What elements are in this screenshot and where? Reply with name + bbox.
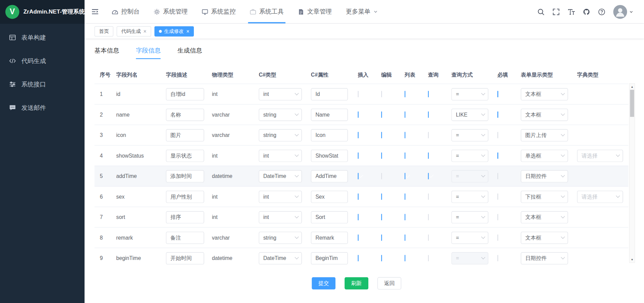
user-menu[interactable] (613, 5, 633, 19)
display-type-select[interactable]: 图片上传 (521, 129, 568, 141)
display-type-select[interactable]: 单选框 (521, 149, 568, 162)
csharp-property-input[interactable] (311, 108, 348, 121)
tag-code-generation[interactable]: 代码生成 × (117, 26, 151, 36)
required-checkbox[interactable] (497, 153, 498, 159)
close-icon[interactable]: × (186, 28, 189, 34)
tag-home[interactable]: 首页 (94, 26, 113, 36)
github-icon[interactable] (583, 8, 590, 16)
insert-checkbox[interactable] (358, 235, 358, 241)
font-size-icon[interactable] (568, 8, 575, 16)
insert-checkbox[interactable] (358, 255, 358, 261)
tab-generate-info[interactable]: 生成信息 (178, 47, 202, 59)
description-input[interactable] (166, 190, 204, 203)
edit-checkbox[interactable] (381, 173, 382, 179)
close-icon[interactable]: × (143, 28, 146, 34)
list-checkbox[interactable] (405, 132, 405, 138)
display-type-select[interactable]: 日期控件 (521, 170, 568, 182)
query-mode-select[interactable]: = (452, 88, 489, 100)
query-mode-select[interactable]: = (452, 170, 489, 182)
topnav-item-system-management[interactable]: 系统管理 (147, 0, 195, 23)
topnav-item-more-menu[interactable]: 更多菜单 (339, 0, 385, 23)
csharp-property-input[interactable] (311, 231, 348, 244)
query-checkbox[interactable] (428, 173, 429, 179)
csharp-type-select[interactable]: string (259, 231, 302, 244)
list-checkbox[interactable] (405, 153, 405, 159)
csharp-type-select[interactable]: int (259, 149, 302, 162)
insert-checkbox[interactable] (358, 153, 358, 159)
query-checkbox[interactable] (428, 255, 429, 261)
edit-checkbox[interactable] (381, 91, 382, 97)
csharp-type-select[interactable]: string (259, 129, 302, 141)
back-button[interactable]: 返回 (378, 277, 401, 289)
topnav-item-article-management[interactable]: 文章管理 (291, 0, 339, 23)
query-mode-select[interactable]: = (452, 252, 489, 264)
required-checkbox[interactable] (497, 173, 498, 179)
display-type-select[interactable]: 日期控件 (521, 252, 568, 264)
dict-type-select[interactable]: 请选择 (577, 149, 623, 162)
submit-button[interactable]: 提交 (312, 277, 335, 289)
csharp-property-input[interactable] (311, 129, 348, 141)
edit-checkbox[interactable] (381, 214, 382, 220)
insert-checkbox[interactable] (358, 112, 358, 118)
insert-checkbox[interactable] (358, 173, 358, 179)
help-icon[interactable] (598, 8, 605, 16)
tab-basic-info[interactable]: 基本信息 (94, 47, 119, 59)
csharp-property-input[interactable] (311, 252, 348, 264)
sidebar-item-send-mail[interactable]: 发送邮件 (0, 96, 85, 120)
csharp-type-select[interactable]: int (259, 190, 302, 203)
query-mode-select[interactable]: LIKE (452, 108, 489, 121)
list-checkbox[interactable] (405, 255, 405, 261)
display-type-select[interactable]: 文本框 (521, 108, 568, 121)
required-checkbox[interactable] (497, 91, 498, 97)
query-mode-select[interactable]: = (452, 211, 489, 223)
collapse-menu-icon[interactable] (91, 8, 99, 16)
edit-checkbox[interactable] (381, 194, 382, 200)
csharp-property-input[interactable] (311, 149, 348, 162)
query-checkbox[interactable] (428, 91, 429, 97)
edit-checkbox[interactable] (381, 255, 382, 261)
csharp-property-input[interactable] (311, 170, 348, 182)
description-input[interactable] (166, 149, 204, 162)
required-checkbox[interactable] (497, 255, 498, 261)
list-checkbox[interactable] (405, 194, 405, 200)
search-icon[interactable] (537, 8, 545, 16)
query-mode-select[interactable]: = (452, 231, 489, 244)
csharp-type-select[interactable]: DateTime (259, 170, 302, 182)
required-checkbox[interactable] (497, 235, 498, 241)
topnav-item-system-tools[interactable]: 系统工具 (243, 0, 291, 23)
query-mode-select[interactable]: = (452, 129, 489, 141)
description-input[interactable] (166, 211, 204, 223)
query-checkbox[interactable] (428, 132, 429, 138)
logo-row[interactable]: V ZrAdmin.NET-管理系统 (0, 0, 85, 24)
query-checkbox[interactable] (428, 112, 429, 118)
insert-checkbox[interactable] (358, 214, 358, 220)
vertical-scrollbar[interactable]: ▲ ▼ (629, 83, 635, 263)
sidebar-item-form-builder[interactable]: 表单构建 (0, 26, 85, 49)
dict-type-select[interactable]: 请选择 (577, 190, 623, 203)
csharp-property-input[interactable] (311, 190, 348, 203)
description-input[interactable] (166, 231, 204, 244)
tab-field-info[interactable]: 字段信息 (136, 47, 161, 59)
display-type-select[interactable]: 文本框 (521, 88, 568, 100)
csharp-property-input[interactable] (311, 88, 348, 100)
required-checkbox[interactable] (497, 112, 498, 118)
scrollbar-thumb[interactable] (630, 90, 634, 117)
edit-checkbox[interactable] (381, 112, 382, 118)
topnav-item-system-monitor[interactable]: 系统监控 (195, 0, 243, 23)
display-type-select[interactable]: 下拉框 (521, 190, 568, 203)
list-checkbox[interactable] (405, 235, 405, 241)
insert-checkbox[interactable] (358, 194, 358, 200)
list-checkbox[interactable] (405, 112, 405, 118)
sidebar-item-system-api[interactable]: 系统接口 (0, 73, 85, 96)
csharp-property-input[interactable] (311, 211, 348, 223)
csharp-type-select[interactable]: int (259, 88, 302, 100)
description-input[interactable] (166, 108, 204, 121)
description-input[interactable] (166, 170, 204, 182)
edit-checkbox[interactable] (381, 132, 382, 138)
sidebar-item-code-generation[interactable]: 代码生成 (0, 49, 85, 73)
tag-generate-edit[interactable]: 生成修改 × (154, 26, 194, 36)
insert-checkbox[interactable] (358, 91, 358, 97)
edit-checkbox[interactable] (381, 153, 382, 159)
csharp-type-select[interactable]: int (259, 211, 302, 223)
description-input[interactable] (166, 88, 204, 100)
